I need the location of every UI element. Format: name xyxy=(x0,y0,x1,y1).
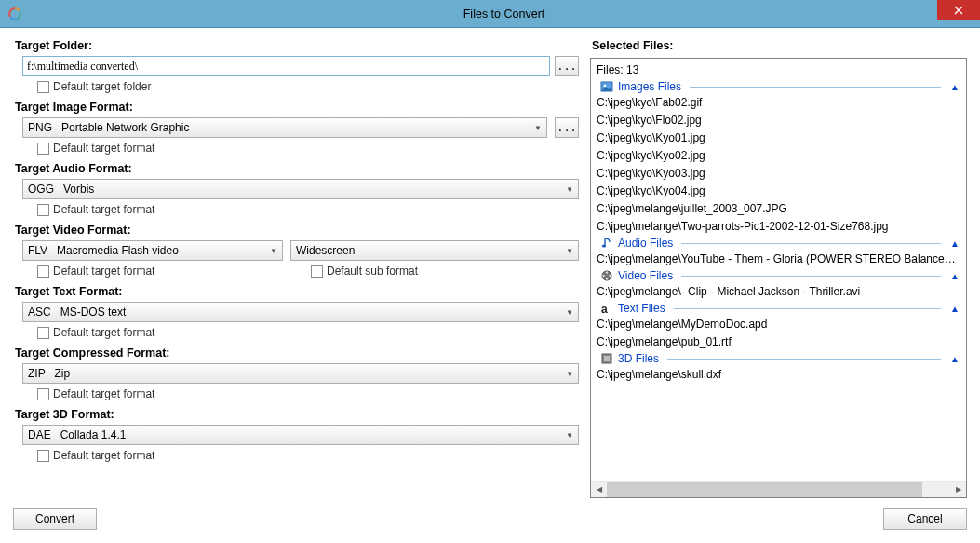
default-3d-format-checkbox[interactable] xyxy=(37,450,49,462)
chevron-down-icon: ▼ xyxy=(563,431,576,440)
category-icon xyxy=(600,237,613,250)
scroll-left-icon[interactable]: ◀ xyxy=(591,482,607,497)
list-item[interactable]: C:\jpeg\melange\pub_01.rtf xyxy=(591,333,966,351)
collapse-icon[interactable]: ▲ xyxy=(949,304,960,314)
target-text-label: Target Text Format: xyxy=(15,285,579,298)
list-item[interactable]: C:\jpeg\melange\YouTube - Them - Gloria … xyxy=(591,251,966,268)
svg-point-3 xyxy=(602,244,606,247)
collapse-icon[interactable]: ▲ xyxy=(949,354,960,364)
list-item[interactable]: Files: 13 xyxy=(591,61,966,79)
list-item[interactable]: C:\jpeg\kyo\Fab02.gif xyxy=(591,94,966,112)
target-3d-label: Target 3D Format: xyxy=(15,408,579,421)
default-video-subformat-checkbox[interactable] xyxy=(311,265,323,278)
chevron-down-icon: ▼ xyxy=(563,185,576,194)
category-label: Images Files xyxy=(618,80,681,93)
close-icon xyxy=(954,6,963,15)
selected-files-panel: Files: 13Images Files▲C:\jpeg\kyo\Fab02.… xyxy=(590,58,967,498)
window-title: Files to Convert xyxy=(28,7,980,20)
scroll-right-icon[interactable]: ▶ xyxy=(950,482,966,497)
chevron-down-icon: ▼ xyxy=(563,247,576,255)
target-folder-label: Target Folder: xyxy=(15,39,579,52)
default-target-folder-checkbox[interactable] xyxy=(37,81,49,93)
list-item[interactable]: C:\jpeg\melange\- Clip - Michael Jackson… xyxy=(591,283,966,301)
list-item[interactable]: C:\jpeg\kyo\Kyo02.jpg xyxy=(591,147,966,165)
default-text-format-checkbox[interactable] xyxy=(37,327,49,339)
default-target-folder-label: Default target folder xyxy=(53,80,151,93)
list-item[interactable]: C:\jpeg\melange\MyDemoDoc.apd xyxy=(591,316,966,333)
chevron-down-icon: ▼ xyxy=(267,247,280,255)
collapse-icon[interactable]: ▲ xyxy=(949,271,960,281)
svg-point-2 xyxy=(604,85,607,88)
collapse-icon[interactable]: ▲ xyxy=(949,238,960,249)
category-icon xyxy=(600,80,613,93)
list-item[interactable]: C:\jpeg\melange\Two-parrots-Pic1-2002-12… xyxy=(591,218,966,236)
text-format-dropdown[interactable]: ASC MS-DOS text▼ xyxy=(22,302,579,322)
image-options-button[interactable]: ... xyxy=(555,117,579,138)
close-button[interactable] xyxy=(937,0,980,20)
category-label: Audio Files xyxy=(618,237,673,250)
collapse-icon[interactable]: ▲ xyxy=(949,82,960,92)
video-format-dropdown[interactable]: FLV Macromedia Flash video▼ xyxy=(22,240,283,261)
default-video-format-checkbox[interactable] xyxy=(37,265,49,278)
default-audio-format-checkbox[interactable] xyxy=(37,204,49,216)
category-label: Video Files xyxy=(618,269,673,282)
target-image-label: Target Image Format: xyxy=(15,101,579,114)
convert-button[interactable]: Convert xyxy=(13,508,97,530)
svg-point-8 xyxy=(609,275,611,277)
chevron-down-icon: ▼ xyxy=(531,124,544,132)
category-header[interactable]: 3D Files▲ xyxy=(591,351,966,366)
compressed-format-dropdown[interactable]: ZIP Zip▼ xyxy=(22,363,579,384)
svg-text:a: a xyxy=(601,303,608,315)
svg-rect-11 xyxy=(604,356,610,361)
app-icon xyxy=(7,7,22,21)
category-header[interactable]: Video Files▲ xyxy=(591,268,966,283)
svg-point-5 xyxy=(606,271,608,273)
category-header[interactable]: Audio Files▲ xyxy=(591,236,966,251)
cancel-button[interactable]: Cancel xyxy=(883,508,967,530)
3d-format-dropdown[interactable]: DAE Collada 1.4.1▼ xyxy=(22,425,579,445)
category-label: Text Files xyxy=(618,302,665,315)
category-icon xyxy=(600,352,613,365)
category-label: 3D Files xyxy=(618,352,659,365)
chevron-down-icon: ▼ xyxy=(563,308,576,317)
category-header[interactable]: aText Files▲ xyxy=(591,301,966,316)
svg-point-7 xyxy=(602,275,604,277)
svg-point-6 xyxy=(606,278,608,279)
list-item[interactable]: C:\jpeg\melange\juillet_2003_007.JPG xyxy=(591,200,966,218)
list-item[interactable]: C:\jpeg\kyo\Kyo03.jpg xyxy=(591,165,966,183)
horizontal-scrollbar[interactable]: ◀ ▶ xyxy=(591,481,966,497)
list-item[interactable]: C:\jpeg\kyo\Kyo01.jpg xyxy=(591,129,966,147)
default-compressed-format-checkbox[interactable] xyxy=(37,388,49,400)
video-subformat-dropdown[interactable]: Widescreen▼ xyxy=(290,240,579,261)
category-header[interactable]: Images Files▲ xyxy=(591,79,966,94)
target-compressed-label: Target Compressed Format: xyxy=(15,346,579,360)
target-folder-input[interactable] xyxy=(22,56,550,76)
target-video-label: Target Video Format: xyxy=(15,224,579,237)
default-image-format-checkbox[interactable] xyxy=(37,143,49,155)
audio-format-dropdown[interactable]: OGG Vorbis▼ xyxy=(22,179,579,199)
browse-folder-button[interactable]: ... xyxy=(555,56,579,76)
list-item[interactable]: C:\jpeg\kyo\Kyo04.jpg xyxy=(591,183,966,200)
target-audio-label: Target Audio Format: xyxy=(15,162,579,175)
scrollbar-thumb[interactable] xyxy=(607,482,922,497)
category-icon: a xyxy=(600,302,613,315)
image-format-dropdown[interactable]: PNG Portable Network Graphic▼ xyxy=(22,117,547,138)
selected-files-label: Selected Files: xyxy=(592,39,967,52)
chevron-down-icon: ▼ xyxy=(563,370,576,378)
list-item[interactable]: C:\jpeg\melange\skull.dxf xyxy=(591,366,966,384)
category-icon xyxy=(600,269,613,282)
list-item[interactable]: C:\jpeg\kyo\Flo02.jpg xyxy=(591,112,966,129)
title-bar: Files to Convert xyxy=(0,0,980,28)
